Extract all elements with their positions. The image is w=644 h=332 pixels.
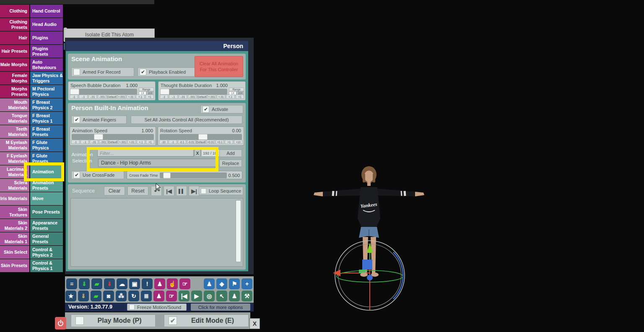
add-person-icon[interactable]: ♟ (154, 278, 165, 289)
pause-icon[interactable]: ▌▌ (176, 186, 187, 196)
slider-thumb[interactable] (160, 89, 169, 95)
step-button[interactable]: -.1 (80, 140, 89, 144)
loop-sequence-checkbox[interactable]: Loop Sequence (199, 187, 243, 195)
filter-clear-button[interactable]: X (195, 149, 200, 157)
step-button[interactable]: +1 (145, 95, 154, 99)
notes-icon[interactable]: ≣ (141, 291, 152, 301)
step-button[interactable]: Default (197, 95, 207, 99)
sidebar-tab-right[interactable]: F Breast Physics 2 (30, 98, 63, 111)
sidebar-tab-right[interactable]: Pose Presets (30, 206, 63, 219)
playback-enabled-checkbox[interactable]: ✔ Playback Enabled (138, 67, 200, 77)
slider-thumb[interactable] (163, 172, 171, 178)
undo-icon[interactable]: ↶ (151, 186, 162, 196)
selected-animation-dropdown[interactable]: Dance - Hip Hop Arms (98, 159, 216, 167)
step-button[interactable]: +.01 (217, 95, 225, 99)
step-button[interactable]: +1 (236, 95, 244, 99)
step-button[interactable]: -0.01 (187, 140, 195, 144)
hand-point-icon[interactable]: ☞ (179, 278, 190, 289)
slider-track[interactable] (70, 89, 137, 95)
sidebar-tab-right[interactable]: General Presets (30, 232, 63, 245)
clear-all-animation-button[interactable]: Clear All Animation For This Controller (195, 56, 243, 77)
target-icon[interactable]: ◎ (204, 291, 215, 301)
sidebar-tab-left[interactable]: Tongue Materials (0, 112, 29, 125)
step-button[interactable]: -.01 (90, 140, 98, 144)
sidebar-tab-left[interactable]: M Eyelash Materials (0, 139, 29, 152)
range-toggle[interactable]: Range 1X10X (139, 88, 154, 95)
step-button[interactable]: +.01 (127, 140, 136, 144)
sidebar-tab-left[interactable]: Lacrimals Materials (0, 165, 29, 178)
sidebar-tab-right[interactable]: F Breast Physics 1 (30, 112, 63, 125)
sidebar-tab-left[interactable]: Iris Materials (0, 192, 29, 205)
sidebar-tab-left[interactable]: Skin Textures (0, 206, 29, 219)
slider-track[interactable] (72, 134, 154, 140)
open-scene-folder-icon[interactable]: ▰ (91, 278, 102, 289)
skip-to-start-icon[interactable]: |◀ (179, 291, 190, 301)
sidebar-tab-right[interactable]: Animation Presets (30, 179, 63, 192)
screenshot-camera-icon[interactable]: ◙ (103, 291, 114, 301)
sidebar-tab-right[interactable]: Control & Physics 1 (30, 259, 63, 272)
step-button[interactable]: -1 (70, 95, 78, 99)
sidebar-tab-left[interactable]: Morphs Presets (0, 85, 29, 98)
hand-grab-icon[interactable]: ☝ (167, 278, 178, 289)
step-button[interactable]: -.001 (98, 95, 106, 99)
sidebar-tab-right[interactable]: Hand Control (30, 5, 63, 18)
sidebar-tab-left[interactable]: Sclera Materials (0, 179, 29, 192)
step-button[interactable]: -.1 (169, 95, 177, 99)
step-button[interactable]: +1 (146, 140, 154, 144)
sidebar-tab-right[interactable]: Move (30, 192, 63, 205)
sidebar-tab-left[interactable]: Hair (0, 31, 29, 44)
slider-thumb[interactable] (198, 134, 208, 140)
step-button[interactable]: +.001 (118, 140, 127, 144)
sequence-scrollbar-thumb[interactable] (236, 200, 241, 262)
animate-fingers-checkbox[interactable]: ✔ Animate Fingers (71, 116, 127, 124)
orbit-reset-icon[interactable]: ↻ (128, 291, 139, 301)
sidebar-tab-right[interactable]: F Glute Physics (30, 139, 63, 152)
sidebar-tab-left[interactable]: Mouth Materials (0, 98, 29, 111)
freeze-motion-sound-button[interactable]: Freeze Motion/Sound (127, 304, 187, 311)
sidebar-tab-right[interactable]: Plugins Presets (30, 45, 63, 58)
error-log-icon[interactable]: ! (142, 278, 153, 289)
sidebar-tab-right[interactable]: Auto Behaviours (30, 58, 63, 71)
plus-icon[interactable]: + (242, 278, 252, 289)
slider-thumb[interactable] (94, 134, 103, 140)
sidebar-tab-right[interactable]: Plugins (30, 31, 63, 44)
hub-cloud-icon[interactable]: ☁ (117, 278, 127, 289)
step-button[interactable]: -.01 (88, 95, 97, 99)
step-button[interactable]: +.1 (226, 95, 234, 99)
package-manager-icon[interactable]: ▣ (129, 278, 140, 289)
close-panel-button[interactable]: X (249, 318, 260, 329)
flag-icon[interactable]: ⚑ (229, 278, 240, 289)
step-button[interactable]: -.1 (79, 95, 87, 99)
favorites-star-icon[interactable]: ★ (65, 291, 76, 301)
sequence-clear-button[interactable]: Clear (104, 186, 125, 196)
step-button[interactable]: -1 (160, 95, 168, 99)
more-options-button[interactable]: Click for more options (191, 304, 250, 311)
step-button[interactable]: +.001 (117, 95, 126, 99)
sidebar-tab-right[interactable]: F Breast Presets (30, 125, 63, 138)
tools-icon[interactable]: ⚒ (242, 291, 252, 301)
sidebar-tab-right[interactable]: Control & Physics 2 (30, 246, 63, 259)
play-mode-button[interactable]: Play Mode (P) (71, 314, 156, 327)
add-button[interactable]: Add (219, 149, 242, 157)
armed-for-record-checkbox[interactable]: Armed For Record (71, 67, 134, 77)
sidebar-tab-right[interactable]: F Glute Presets (30, 152, 63, 165)
sidebar-tab-left[interactable]: Clothing Presets (0, 18, 29, 31)
step-button[interactable]: +.1 (137, 140, 145, 144)
sidebar-tab-left[interactable]: Skin Select (0, 246, 29, 259)
step-button[interactable]: -10 (159, 140, 168, 144)
range-toggle[interactable]: Range 1X10X (229, 88, 244, 95)
step-button[interactable]: +0.1 (216, 140, 224, 144)
slider-track[interactable] (160, 172, 227, 178)
sidebar-tab-right[interactable]: Jaw Physics & Triggers (30, 72, 63, 85)
sidebar-tab-left[interactable]: Teeth Materials (0, 125, 29, 138)
step-button[interactable]: -1 (71, 140, 80, 144)
save-preset-icon[interactable]: ⇓ (78, 291, 89, 301)
edit-mode-button[interactable]: ✔ Edit Mode (E) (164, 314, 249, 327)
step-button[interactable]: +.001 (208, 95, 216, 99)
folder-camera-icon[interactable]: ▰ (91, 291, 101, 301)
filter-input[interactable]: Filter... (97, 149, 194, 157)
sidebar-tab-right[interactable]: M Pectoral Physics (30, 85, 63, 98)
step-button[interactable]: +10 (234, 140, 242, 144)
save-scene-as-icon[interactable]: ⇓ (104, 278, 115, 289)
cursor-select-icon[interactable]: ↖ (216, 291, 227, 301)
